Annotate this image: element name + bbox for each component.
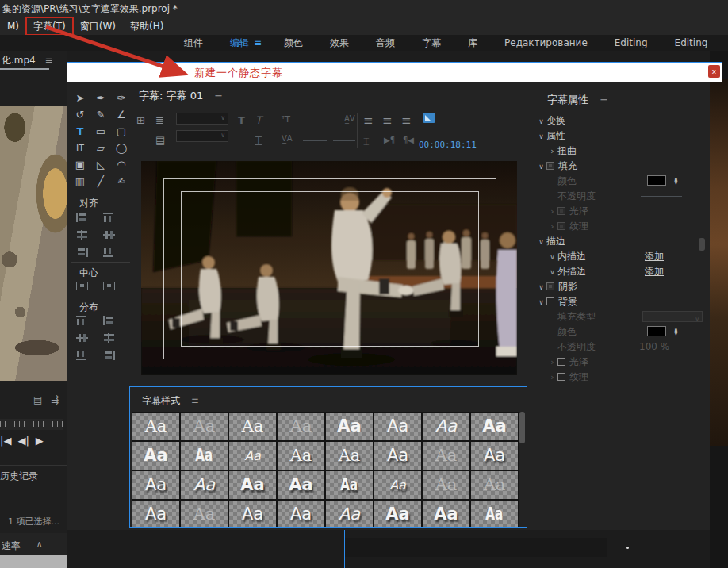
pen-tool-icon[interactable]: ✒ <box>90 90 111 107</box>
opacity-slider[interactable] <box>641 196 682 197</box>
distribute-vertical-center-icon[interactable] <box>103 333 115 343</box>
roll-crawl-options-icon[interactable]: ≣ <box>155 114 164 126</box>
style-swatch-27[interactable]: Aa <box>277 500 325 528</box>
style-swatch-11[interactable]: Aa <box>277 441 325 470</box>
property-row-纹理[interactable]: ›纹理 <box>530 219 710 234</box>
style-swatch-5[interactable]: Aa <box>374 412 422 441</box>
style-swatch-9[interactable]: Aa <box>180 441 228 470</box>
property-row-变换[interactable]: ∨变换 <box>530 113 710 129</box>
style-swatch-1[interactable]: Aa <box>180 412 228 441</box>
checkbox-checked[interactable] <box>557 207 565 215</box>
convert-anchor-tool-icon[interactable]: ∠ <box>111 107 132 124</box>
property-row-属性[interactable]: ∨属性 <box>530 129 710 144</box>
vertical-type-tool-icon[interactable]: IT <box>70 140 90 157</box>
color-swatch[interactable] <box>647 175 666 186</box>
workspace-tab-6[interactable]: 库 <box>468 35 477 51</box>
clipped-corner-rectangle-tool-icon[interactable]: ▱ <box>90 140 111 157</box>
panel-menu-icon[interactable]: ≡ <box>600 94 608 106</box>
style-swatch-31[interactable]: Aa <box>470 500 519 528</box>
text-align-right-icon[interactable]: ≡ <box>401 113 412 128</box>
style-swatch-30[interactable]: Aa <box>422 500 470 528</box>
rotation-tool-icon[interactable]: ↺ <box>70 107 90 124</box>
go-to-in-icon[interactable]: |◀ <box>0 435 11 447</box>
collapse-caret-icon[interactable]: ∧ <box>36 539 42 548</box>
source-monitor-tab[interactable]: 化.mp4 ≡ <box>2 54 53 67</box>
style-swatch-13[interactable]: Aa <box>374 441 422 470</box>
tab-stops-icon[interactable]: ⌶ <box>363 136 370 148</box>
panel-menu-icon[interactable]: ≡ <box>45 55 53 66</box>
style-swatch-18[interactable]: Aa <box>228 470 277 500</box>
caret-collapsed-icon[interactable]: › <box>547 204 557 219</box>
align-horizontal-left-icon[interactable] <box>76 213 88 222</box>
checkbox-unchecked[interactable] <box>546 297 554 305</box>
caret-expanded-icon[interactable]: ∨ <box>536 159 546 175</box>
workspace-tab-1[interactable]: 编辑 <box>230 35 249 51</box>
color-swatch[interactable] <box>647 326 666 336</box>
workspace-tab-7[interactable]: Редактирование <box>504 35 588 51</box>
caret-collapsed-icon[interactable]: › <box>547 370 557 385</box>
style-swatch-25[interactable]: Aa <box>180 500 228 528</box>
line-tool-icon[interactable]: ╱ <box>90 174 111 190</box>
style-swatch-23[interactable]: Aa <box>470 470 519 500</box>
show-background-video-icon[interactable] <box>423 113 435 123</box>
property-row-颜色[interactable]: 颜色✒ <box>530 174 710 189</box>
style-swatch-19[interactable]: Aa <box>277 470 325 500</box>
workspace-tab-9[interactable]: Editing <box>675 35 708 51</box>
property-row-填充类型[interactable]: 填充类型 <box>530 309 710 324</box>
workspace-tab-2[interactable]: 颜色 <box>284 35 303 51</box>
menu-item-1[interactable]: 字幕(T) <box>26 17 73 35</box>
style-swatch-3[interactable]: Aa <box>277 412 325 441</box>
history-panel-title[interactable]: 历史记录 <box>0 470 38 483</box>
align-vertical-center-icon[interactable] <box>103 230 115 240</box>
leading-slider[interactable] <box>333 140 355 141</box>
caret-expanded-icon[interactable]: ∨ <box>536 129 546 144</box>
add-anchor-tool-icon[interactable]: ✎ <box>90 107 111 124</box>
bold-button[interactable]: T <box>238 114 245 126</box>
area-type-tool-icon[interactable]: ▣ <box>70 157 90 174</box>
caret-collapsed-icon[interactable]: › <box>547 355 557 370</box>
style-swatch-28[interactable]: Aa <box>325 500 374 528</box>
caret-expanded-icon[interactable]: ∨ <box>536 114 546 129</box>
style-swatch-15[interactable]: Aa <box>470 441 519 470</box>
caret-expanded-icon[interactable]: ∨ <box>536 295 546 310</box>
center-vertical-icon[interactable] <box>103 281 115 290</box>
property-row-光泽[interactable]: ›光泽 <box>530 355 710 370</box>
distribute-horizontal-center-icon[interactable] <box>76 333 88 343</box>
align-horizontal-center-icon[interactable] <box>76 230 88 240</box>
align-vertical-top-icon[interactable] <box>103 213 115 222</box>
styles-scrollbar[interactable] <box>519 412 525 443</box>
paragraph-end-icon[interactable]: ¶◀ <box>403 136 414 144</box>
checkbox-checked[interactable] <box>546 162 554 170</box>
workspace-tab-5[interactable]: 字幕 <box>422 35 441 51</box>
kerning-icon[interactable]: A̲V <box>344 114 355 123</box>
type-tool-icon[interactable]: T <box>70 124 90 140</box>
font-size-slider[interactable] <box>303 121 339 121</box>
property-row-背景[interactable]: ∨背景 <box>530 294 710 309</box>
eyedropper-icon[interactable]: ✒ <box>668 177 683 185</box>
workspace-menu-icon[interactable]: ≡ <box>254 37 262 48</box>
tracking-icon[interactable]: V̲A <box>282 134 293 143</box>
checkbox-unchecked[interactable] <box>557 373 565 381</box>
settings-icon[interactable]: ▤ <box>33 394 42 405</box>
style-swatch-16[interactable]: Aa <box>132 470 180 500</box>
distribute-vertical-bottom-icon[interactable] <box>103 351 115 360</box>
distribute-horizontal-right-icon[interactable] <box>76 351 88 360</box>
center-horizontal-icon[interactable] <box>76 281 88 290</box>
style-swatch-10[interactable]: Aa <box>228 441 277 470</box>
style-swatch-21[interactable]: Aa <box>374 470 422 500</box>
style-swatch-2[interactable]: Aa <box>228 412 277 441</box>
properties-scrollbar[interactable] <box>699 238 705 251</box>
distribute-horizontal-left-icon[interactable] <box>76 316 88 325</box>
property-row-不透明度[interactable]: 不透明度100 % <box>530 340 710 355</box>
path-type-tool-icon[interactable]: ✍ <box>111 174 132 190</box>
paragraph-start-icon[interactable]: ▶¶ <box>384 136 395 144</box>
workspace-tab-0[interactable]: 组件 <box>184 35 203 51</box>
property-row-填充[interactable]: ∨填充 <box>530 159 710 174</box>
style-swatch-7[interactable]: Aa <box>470 412 519 441</box>
style-swatch-20[interactable]: Aa <box>325 470 374 500</box>
caret-expanded-icon[interactable]: ∨ <box>547 265 557 280</box>
style-swatch-12[interactable]: Aa <box>325 441 374 470</box>
caret-expanded-icon[interactable]: ∨ <box>547 250 557 265</box>
menu-item-0[interactable]: M) <box>0 17 26 35</box>
style-swatch-4[interactable]: Aa <box>325 412 374 441</box>
